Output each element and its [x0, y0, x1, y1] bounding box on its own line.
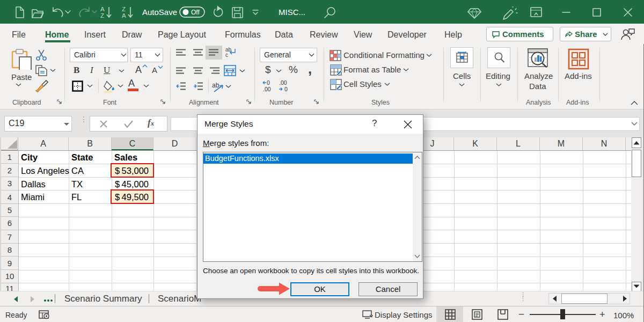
svg-text:Z: Z — [122, 6, 126, 12]
svg-text:c: c — [225, 52, 228, 58]
svg-text:.00: .00 — [279, 80, 287, 86]
svg-text:0: 0 — [267, 80, 270, 86]
svg-text:Z: Z — [100, 12, 104, 19]
svg-text:0: 0 — [284, 86, 288, 92]
svg-text:A: A — [122, 12, 126, 19]
svg-text:.00: .00 — [263, 86, 271, 92]
svg-text:A: A — [100, 6, 105, 12]
svg-text:ab: ab — [212, 82, 219, 89]
